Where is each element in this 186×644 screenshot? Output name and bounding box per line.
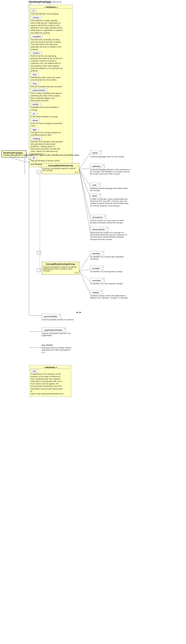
cdef-name-row: · name · +	[90, 150, 132, 155]
attr-modified: · modified · The date (and, optionally, …	[31, 35, 71, 50]
attr-creator: · creator · If the attribute is empty, s…	[31, 16, 71, 34]
svg-line-12	[79, 169, 90, 218]
attr-any-other-label: any ##other	[31, 163, 42, 165]
attr-type-label: · type ·	[31, 128, 39, 131]
any-other-mid-container: any ##other Extension point for provider…	[42, 344, 81, 353]
cdef-facet-desc: In NAR 1.8 and later, facet is deprecate…	[90, 198, 130, 207]
attr-modified-desc: The date (and, optionally, the time) whe…	[31, 38, 63, 50]
attr-how-label: · how ·	[31, 73, 39, 76]
cdef-remoteinfo-label: · remoteInfo · +	[90, 215, 106, 219]
attr-uri-desc: A URI which identifies a concept.	[31, 115, 63, 118]
attr-literal-label: · literal ·	[31, 119, 40, 122]
cdef-definition-label: · definition · +	[90, 164, 105, 168]
any-other-mid-desc: Extension point for provider-defined pro…	[42, 347, 79, 351]
svg-line-15	[79, 254, 90, 271]
attr-creator-desc: If the attribute is empty, specifies whi…	[31, 19, 63, 34]
extension-label: (extension)	[50, 1, 62, 3]
attr-literal-desc: A free-text value assigned as property v…	[31, 122, 63, 127]
attr-dir-label: · dir ·	[31, 156, 37, 159]
crel-related-desc: A related concept, where the relationshi…	[90, 295, 130, 299]
attr-xmllang-label: · xmllang ·	[31, 137, 42, 140]
crel-sameas-label: · sameAs · +	[90, 251, 104, 255]
attr-xmllang-desc: Specifies the language of this property …	[31, 140, 63, 155]
cdef-definition-container: · definition · + A natural language defi…	[90, 164, 132, 175]
person-details-desc: A set of properties specific to a person…	[42, 319, 79, 321]
attr-dir-desc: The directionality of textual content.	[31, 159, 63, 162]
attr-type: · type · The type of the concept assigne…	[31, 128, 71, 136]
cdef-hierarchyinfo-container: · hierarchyInfo · + Represents the posit…	[90, 227, 132, 241]
crel-broader-desc: An identifier of a more generic concept.	[90, 271, 130, 273]
cdef-name-label: · name · +	[90, 150, 102, 155]
attr-qcode-label: · qcode ·	[31, 103, 41, 106]
concept-rel-mult: 0..∞	[43, 272, 78, 274]
cdef-facet-container: · facet · + In NAR 1.8 and later, facet …	[90, 193, 132, 207]
title-label: FlexPartyPropType	[29, 1, 51, 3]
svg-line-17	[79, 271, 90, 281]
attr-pubconstraint: · pubconstraint · One or many constraint…	[31, 89, 71, 102]
cdef-note-container: · note · + Additional natural language i…	[90, 183, 132, 192]
svg-line-10	[79, 169, 90, 186]
svg-line-11	[79, 169, 90, 197]
attr-custom: · custom · If set to true the correspond…	[31, 51, 71, 72]
cdef-name-desc: A natural language name for the concept.	[90, 156, 130, 158]
attributes-top-label: « attributes »	[31, 6, 71, 9]
svg-line-8	[79, 153, 90, 169]
cdef-definition-desc: A natural language definition of the sem…	[90, 169, 130, 175]
concept-def-group-desc: A group of properties required to define…	[43, 168, 78, 171]
attr-how: · how · Indicated by which means the val…	[31, 73, 71, 81]
crel-narrower-container: · narrower · + An identifier of a more s…	[90, 278, 132, 285]
concept-rel-group-box: ConceptRelationshipsGroup A group of pro…	[42, 262, 79, 275]
attr-qcode: · qcode · A qualified code which identif…	[31, 103, 71, 111]
main-node: FlexPartyPropType Flexible party (person…	[1, 150, 27, 158]
attr-custom-label: · custom ·	[31, 51, 42, 55]
cdef-hierarchyinfo-label: · hierarchyInfo · +	[90, 227, 109, 231]
attr-dir: · dir · The directionality of textual co…	[31, 156, 71, 162]
attr-uri: · uri · A URI which identifies a concept…	[31, 112, 71, 118]
org-details-desc: A group of properties specific to an org…	[42, 332, 79, 337]
svg-line-9	[79, 169, 90, 169]
attr-type-desc: The type of the concept assigned as cont…	[31, 131, 63, 136]
main-node-label: FlexPartyPropType	[3, 152, 25, 154]
attr-why-desc: Why the metadata has been included.	[31, 85, 63, 88]
ellipsis-connector: ····	[37, 251, 41, 254]
attr-role-label: · role ·	[31, 369, 38, 373]
concept-def-group-label: ConceptDefinitionGroup	[43, 164, 78, 167]
crel-narrower-desc: An identifier of a more specific concept…	[90, 283, 130, 285]
cdef-note-desc: Additional natural language information …	[90, 187, 130, 192]
attr-modified-label: · modified ·	[31, 35, 43, 38]
any-other-mid-mult: 0..∞	[42, 351, 81, 353]
connector-1: ····	[37, 170, 41, 174]
person-details-label: · personDetails · +	[42, 314, 61, 318]
crel-sameas-desc: An identifier of a concept with equivale…	[90, 256, 130, 260]
person-details-container: ■—■ · personDetails · + A set of propert…	[42, 311, 81, 321]
attr-uri-label: · uri ·	[31, 112, 37, 115]
cdef-note-label: · note · +	[90, 183, 101, 187]
attr-custom-desc: If set to true the corresponding propert…	[31, 55, 63, 72]
concept-def-group-box: ConceptDefinitionGroup A group of proper…	[42, 163, 79, 174]
attr-why: · why · Why the metadata has been includ…	[31, 82, 71, 88]
crel-narrower-label: · narrower · +	[90, 278, 105, 282]
attributes-top-box: « attributes » · id · The local identifi…	[30, 5, 73, 167]
attr-xmllang: · xmllang · Specifies the language of th…	[31, 137, 71, 155]
concept-def-mult: 0..∞	[43, 171, 78, 173]
svg-line-13	[79, 169, 90, 230]
cdef-remoteinfo-container: · remoteInfo · + A link to an item or a …	[90, 215, 132, 224]
attr-literal: · literal · A free-text value assigned a…	[31, 119, 71, 127]
person-details-connector: ■—■	[42, 311, 81, 313]
org-details-label: · organisationDetails · +	[42, 328, 66, 332]
connector-2: ····	[37, 268, 41, 272]
attr-pubconstraint-label: · pubconstraint ·	[31, 89, 48, 92]
main-node-desc: Flexible party (person or organisation) …	[3, 154, 25, 156]
concept-rel-group-desc: A group of properties required to indica…	[43, 266, 78, 272]
attr-creator-label: · creator ·	[31, 16, 41, 19]
attr-id-desc: The local identifier of the property.	[31, 13, 63, 15]
crel-related-label: · related · +	[90, 290, 103, 294]
cdef-facet-label: · facet · +	[90, 193, 101, 198]
cdef-name-container: · name · + A natural language name for t…	[90, 150, 132, 158]
attr-qcode-desc: A qualified code which identifies a conc…	[31, 106, 63, 111]
crel-broader-container: · broader · + An identifier of a more ge…	[90, 266, 132, 273]
concept-rel-group-label: ConceptRelationshipsGroup	[43, 263, 78, 265]
attr-role-desc: A refinement of the semantics of the pro…	[31, 373, 63, 395]
attr-why-label: · why ·	[31, 82, 38, 85]
attr-id-label: · id ·	[31, 9, 36, 13]
